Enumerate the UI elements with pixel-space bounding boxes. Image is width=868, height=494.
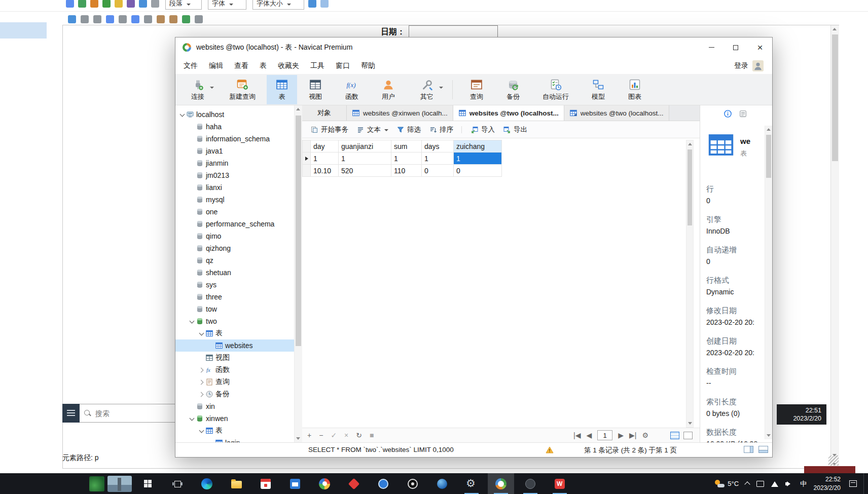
column-header[interactable]: day (311, 140, 339, 153)
flag-icon[interactable] (90, 0, 98, 8)
tree-item[interactable]: haha (175, 121, 294, 133)
tree-item[interactable]: two (175, 315, 294, 327)
task-view-button[interactable] (164, 473, 191, 494)
row-indicator[interactable] (302, 153, 311, 165)
tree-expander-icon[interactable] (198, 366, 205, 374)
toolbar-button[interactable]: 模型 (580, 75, 617, 104)
toolbar-button[interactable]: 备份 (495, 75, 531, 104)
grid-view-toggle[interactable] (670, 432, 679, 439)
grid-corner[interactable] (302, 140, 311, 153)
tree-expander-icon[interactable] (188, 220, 196, 228)
tree-item[interactable]: qimo (175, 230, 294, 242)
delete-table-icon[interactable] (93, 15, 101, 23)
tree-item[interactable]: shetuan (175, 267, 294, 279)
tree-expander-icon[interactable] (198, 427, 205, 435)
search-input[interactable] (95, 409, 171, 417)
insert-row-icon[interactable] (106, 15, 114, 23)
grid-cell[interactable]: 0 (422, 165, 454, 177)
tree-item[interactable]: mysql (175, 194, 294, 206)
toolbar-button[interactable]: 表 (267, 75, 297, 104)
table-grid-icon[interactable] (195, 15, 203, 23)
delete-row-icon[interactable] (119, 15, 127, 23)
maximize-button[interactable] (724, 37, 748, 57)
tree-item[interactable]: login (175, 437, 294, 442)
media-icon[interactable] (127, 0, 135, 8)
toggle-info-pane-icon[interactable] (744, 446, 753, 453)
anchor-icon[interactable] (78, 0, 86, 8)
apply-changes-button[interactable]: ✓ (331, 432, 337, 439)
display-icon[interactable] (756, 480, 764, 487)
resize-grip[interactable] (828, 455, 839, 466)
tree-item[interactable]: sys (175, 279, 294, 291)
start-button[interactable] (135, 473, 161, 494)
discard-changes-button[interactable]: × (344, 432, 348, 439)
tree-item[interactable]: jm0213 (175, 169, 294, 181)
tree-expander-icon[interactable] (198, 391, 205, 398)
tree-item[interactable]: 查询 (175, 376, 294, 388)
edit-table-icon[interactable] (68, 15, 76, 23)
tree-expander-icon[interactable] (188, 208, 196, 216)
paragraph-dropdown[interactable]: 段落 (165, 0, 202, 10)
scroll-down-icon[interactable] (686, 419, 693, 427)
refresh-button[interactable]: ↻ (356, 432, 362, 439)
grid-toolbar-button[interactable]: 文本 (352, 123, 392, 136)
column-header[interactable]: guanjianzi (339, 140, 391, 153)
scrollbar-thumb[interactable] (296, 116, 301, 346)
image-icon[interactable] (115, 0, 123, 8)
grid-cell[interactable]: 1 (311, 153, 339, 165)
grid-toolbar-button[interactable]: 导出 (499, 123, 531, 136)
login-link[interactable]: 登录 (734, 61, 748, 70)
tree-item[interactable]: three (175, 291, 294, 303)
tree-item[interactable]: one (175, 206, 294, 218)
tree-item[interactable]: 表 (175, 425, 294, 437)
grid-cell[interactable]: 1 (391, 153, 422, 165)
scroll-down-icon[interactable] (295, 434, 302, 442)
html-icon[interactable] (139, 0, 147, 8)
tree-expander-icon[interactable] (178, 111, 186, 119)
tree-expander-icon[interactable] (188, 318, 196, 325)
font-dropdown[interactable]: 字体 (208, 0, 246, 10)
red-diamond-app-icon[interactable] (341, 473, 367, 494)
background-selected-item[interactable] (0, 22, 47, 39)
user-avatar[interactable] (752, 60, 764, 71)
tree-expander-icon[interactable] (207, 342, 215, 350)
tree-expander-icon[interactable] (188, 306, 196, 313)
tree-expander-icon[interactable] (188, 245, 196, 252)
grid-cell[interactable]: 110 (391, 165, 422, 177)
tree-expander-icon[interactable] (188, 403, 196, 410)
toolbar-button[interactable]: 查询 (458, 75, 495, 104)
close-button[interactable]: × (748, 37, 772, 57)
scroll-up-icon[interactable] (295, 105, 302, 113)
menu-item[interactable]: 收藏夹 (272, 57, 305, 74)
tree-expander-icon[interactable] (188, 293, 196, 301)
toggle-preview-pane-icon[interactable] (758, 446, 768, 453)
volume-muted-icon[interactable] (785, 480, 793, 487)
scroll-up-icon[interactable] (686, 140, 693, 148)
menu-item[interactable]: 工具 (305, 57, 330, 74)
taskbar-clock[interactable]: 22:52 2023/2/20 (814, 475, 841, 491)
tree-expander-icon[interactable] (188, 233, 196, 240)
document-tab[interactable]: websites @two (localhost... (453, 105, 564, 121)
tree-item[interactable]: java1 (175, 145, 294, 157)
navicat-icon[interactable] (488, 473, 514, 494)
ddl-icon[interactable] (739, 109, 747, 118)
table-props-icon[interactable] (81, 15, 89, 23)
redo-icon[interactable] (320, 0, 329, 8)
search-menu-icon[interactable] (62, 404, 80, 423)
tree-expander-icon[interactable] (188, 135, 196, 143)
undo-icon[interactable] (308, 0, 316, 8)
stop-button[interactable]: ■ (370, 432, 374, 439)
menu-item[interactable]: 窗口 (330, 57, 355, 74)
tree-expander-icon[interactable] (198, 330, 205, 337)
grid-cell[interactable]: 1 (422, 153, 454, 165)
page-icon[interactable] (151, 0, 159, 8)
calendar-app-icon[interactable] (252, 473, 279, 494)
menu-item[interactable]: 文件 (178, 57, 203, 74)
tree-expander-icon[interactable] (188, 281, 196, 289)
photos-app-icon[interactable] (311, 473, 338, 494)
link-icon[interactable] (66, 0, 74, 8)
column-header[interactable]: days (422, 140, 454, 153)
background-scrollbar[interactable] (830, 25, 839, 468)
next-page-button[interactable]: ▶ (618, 432, 624, 439)
grid-cell-selected[interactable]: 1 (454, 153, 502, 165)
